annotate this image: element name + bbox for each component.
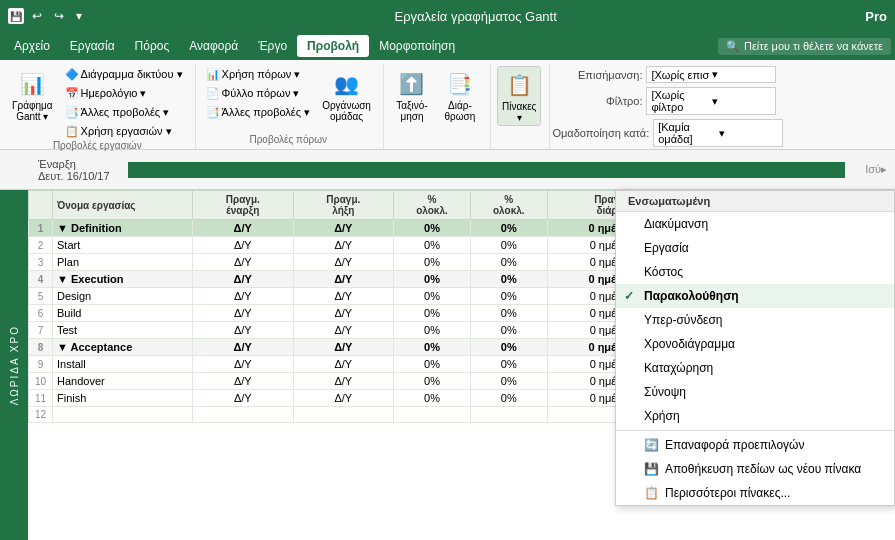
col-rownum: [29, 191, 53, 220]
gantt-chart-button[interactable]: 📊 ΓράφημαGantt ▾: [8, 66, 57, 124]
task-name-cell[interactable]: Test: [53, 322, 193, 339]
actual-start-cell: Δ/Υ: [193, 356, 294, 373]
menu-resource[interactable]: Πόρος: [125, 35, 180, 57]
task-name-cell[interactable]: Finish: [53, 390, 193, 407]
ribbon-group-task-views-content: 📊 ΓράφημαGantt ▾ 🔷 Διάγραμμα δικτύου ▾ 📅…: [8, 66, 187, 140]
menu-task[interactable]: Εργασία: [60, 35, 125, 57]
calendar-button[interactable]: 📅 Ημερολόγιο ▾: [61, 85, 187, 102]
row-number: 2: [29, 237, 53, 254]
pct2-cell: 0%: [470, 373, 547, 390]
tables-label: Πίνακες▾: [502, 101, 537, 123]
task-name-cell[interactable]: Design: [53, 288, 193, 305]
menu-bar: Αρχείο Εργασία Πόρος Αναφορά Έργο Προβολ…: [0, 32, 895, 60]
gantt-icon: 📊: [16, 68, 48, 100]
save-icon[interactable]: 💾: [8, 8, 24, 24]
pct2-cell: 0%: [470, 339, 547, 356]
group-label: Ομαδοποίηση κατά:: [552, 127, 649, 139]
pct1-cell: 0%: [394, 237, 471, 254]
menu-format[interactable]: Μορφοποίηση: [369, 35, 465, 57]
app-brand: Pro: [865, 9, 887, 24]
ribbon-group-tables: 📋 Πίνακες▾: [493, 64, 551, 149]
resource-sheet-label: Φύλλο πόρων ▾: [222, 87, 300, 100]
dropdown-item-hyperlink[interactable]: Υπερ-σύνδεση: [616, 308, 894, 332]
task-name-cell[interactable]: Install: [53, 356, 193, 373]
dropdown-item-ergasia[interactable]: Εργασία: [616, 236, 894, 260]
task-name-cell[interactable]: Start: [53, 237, 193, 254]
actual-start-cell: Δ/Υ: [193, 254, 294, 271]
col-taskname[interactable]: Όνομα εργασίας: [53, 191, 193, 220]
redo-button[interactable]: ↪: [50, 7, 68, 25]
resource-other-button[interactable]: 📑 Άλλες προβολές ▾: [202, 104, 315, 121]
resource-views-label: Προβολές πόρων: [202, 134, 375, 147]
filter-arrow: ▾: [712, 95, 771, 108]
dropdown-item-more-tables[interactable]: 📋 Περισσότεροι πίνακες...: [616, 481, 894, 505]
resource-usage-button[interactable]: 📊 Χρήση πόρων ▾: [202, 66, 315, 83]
resource-sheet-button[interactable]: 📄 Φύλλο πόρων ▾: [202, 85, 315, 102]
task-name-cell[interactable]: ▼ Acceptance: [53, 339, 193, 356]
task-usage-icon: 📋: [65, 125, 79, 138]
dropdown-item-save-new[interactable]: 💾 Αποθήκευση πεδίων ως νέου πίνακα: [616, 457, 894, 481]
task-name-cell[interactable]: ▼ Definition: [53, 220, 193, 237]
dropdown-item-parakolouthisi[interactable]: ✓ Παρακολούθηση: [616, 284, 894, 308]
window-controls: Pro: [865, 9, 887, 24]
group-dropdown[interactable]: [Καμία ομάδα] ▾: [653, 119, 783, 147]
task-name-cell[interactable]: Plan: [53, 254, 193, 271]
tables-button[interactable]: 📋 Πίνακες▾: [497, 66, 542, 126]
calendar-icon: 📅: [65, 87, 79, 100]
chronodiagramma-label: Χρονοδιάγραμμα: [644, 337, 735, 351]
dropdown-item-synopsi[interactable]: Σύνοψη: [616, 380, 894, 404]
group-row: Ομαδοποίηση κατά: [Καμία ομάδα] ▾: [552, 119, 891, 147]
dropdown-item-kostos[interactable]: Κόστος: [616, 260, 894, 284]
actual-start-cell: Δ/Υ: [193, 322, 294, 339]
gantt-sidebar-label: ΛΩΡΙΔΑ ΧΡΟ: [9, 325, 20, 405]
team-organize-button[interactable]: 👥 Οργάνωσηομάδας: [318, 66, 375, 124]
dropdown-item-chronodiagramma[interactable]: Χρονοδιάγραμμα: [616, 332, 894, 356]
row-number: 5: [29, 288, 53, 305]
menu-view[interactable]: Προβολή: [297, 35, 369, 57]
menu-file[interactable]: Αρχείο: [4, 35, 60, 57]
actual-start-cell: Δ/Υ: [193, 373, 294, 390]
dropdown-item-chrisi[interactable]: Χρήση: [616, 404, 894, 428]
dropdown-item-restore[interactable]: 🔄 Επαναφορά προεπιλογών: [616, 433, 894, 457]
save-new-icon: 💾: [644, 462, 659, 476]
resource-usage-icon: 📊: [206, 68, 220, 81]
quick-access-button[interactable]: ▾: [72, 7, 86, 25]
task-name-cell[interactable]: Build: [53, 305, 193, 322]
task-name-cell[interactable]: Handover: [53, 373, 193, 390]
menu-search[interactable]: 🔍 Πείτε μου τι θέλετε να κάνετε: [718, 38, 891, 55]
pct1-cell: 0%: [394, 322, 471, 339]
actual-start-cell: Δ/Υ: [193, 390, 294, 407]
pct1-cell: 0%: [394, 254, 471, 271]
actual-end-cell: Δ/Υ: [293, 356, 394, 373]
task-usage-button[interactable]: 📋 Χρήση εργασιών ▾: [61, 123, 187, 140]
synopsi-label: Σύνοψη: [644, 385, 686, 399]
actual-start-cell: Δ/Υ: [193, 305, 294, 322]
highlight-row: Επισήμανση: [Χωρίς επισ ▾: [552, 66, 891, 83]
col-actual-end: Πραγμ.λήξη: [293, 191, 394, 220]
ribbon-group-task-views: 📊 ΓράφημαGantt ▾ 🔷 Διάγραμμα δικτύου ▾ 📅…: [4, 64, 196, 149]
filter-dropdown[interactable]: [Χωρίς φίλτρο ▾: [646, 87, 776, 115]
other-views-button[interactable]: 📑 Άλλες προβολές ▾: [61, 104, 187, 121]
task-name-cell[interactable]: [53, 407, 193, 423]
outline-label: Διάρ-θρωση: [445, 100, 476, 122]
pct2-cell: 0%: [470, 305, 547, 322]
task-name-cell[interactable]: ▼ Execution: [53, 271, 193, 288]
actual-end-cell: Δ/Υ: [293, 339, 394, 356]
menu-project[interactable]: Έργο: [248, 35, 297, 57]
undo-button[interactable]: ↩: [28, 7, 46, 25]
save-new-label: Αποθήκευση πεδίων ως νέου πίνακα: [665, 462, 861, 476]
sort-button[interactable]: ⬆️ Ταξινό-μηση: [390, 66, 434, 124]
parakolouthisi-label: Παρακολούθηση: [644, 289, 739, 303]
outline-button[interactable]: 📑 Διάρ-θρωση: [438, 66, 482, 124]
network-diagram-button[interactable]: 🔷 Διάγραμμα δικτύου ▾: [61, 66, 187, 83]
row-number: 10: [29, 373, 53, 390]
dropdown-item-kataxorisi[interactable]: Καταχώρηση: [616, 356, 894, 380]
pct1-cell: 0%: [394, 390, 471, 407]
resource-other-icon: 📑: [206, 106, 220, 119]
restore-label: Επαναφορά προεπιλογών: [665, 438, 804, 452]
sort-icon: ⬆️: [396, 68, 428, 100]
date-value: Δευτ. 16/10/17: [38, 170, 110, 182]
menu-report[interactable]: Αναφορά: [179, 35, 248, 57]
dropdown-item-diakymanssi[interactable]: Διακύμανση: [616, 212, 894, 236]
highlight-dropdown[interactable]: [Χωρίς επισ ▾: [646, 66, 776, 83]
